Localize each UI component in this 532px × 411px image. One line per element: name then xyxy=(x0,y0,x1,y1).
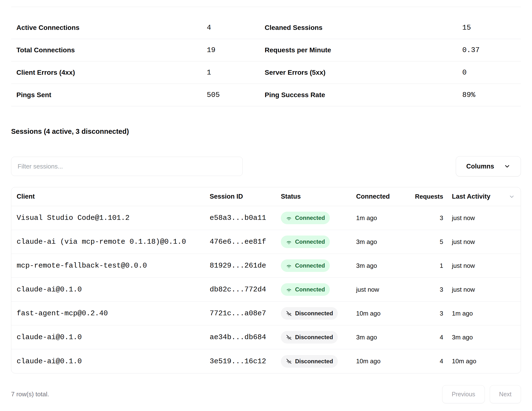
connected-cell: just now xyxy=(351,286,403,293)
requests-cell: 3 xyxy=(403,286,444,293)
status-badge: Disconnected xyxy=(281,355,338,368)
status-badge: Connected xyxy=(281,283,330,296)
session-id-cell: ae34b...db684 xyxy=(204,333,276,341)
requests-cell: 4 xyxy=(403,334,444,341)
status-badge: Connected xyxy=(281,259,330,272)
client-cell: claude-ai@0.1.0 xyxy=(11,333,204,341)
last-activity-cell: just now xyxy=(444,238,521,246)
table-row: claude-ai@0.1.0 db82c...772d4 Connected … xyxy=(11,278,521,301)
wifi-off-icon xyxy=(286,334,292,341)
status-badge: Disconnected xyxy=(281,331,338,344)
status-cell: Connected xyxy=(276,236,351,248)
stat-value: 15 xyxy=(462,24,521,32)
session-id-cell: 7721c...a08e7 xyxy=(204,309,276,318)
last-activity-cell: 1m ago xyxy=(444,310,521,317)
last-activity-cell: just now xyxy=(444,214,521,222)
connected-cell: 10m ago xyxy=(351,310,403,317)
wifi-icon xyxy=(286,239,292,245)
table-row: claude-ai@0.1.0 ae34b...db684 Disconnect… xyxy=(11,325,521,349)
stat-value: 4 xyxy=(207,24,259,32)
last-activity-cell: just now xyxy=(444,286,521,293)
column-header-session-id: Session ID xyxy=(204,193,276,200)
stat-label: Active Connections xyxy=(11,24,207,32)
requests-cell: 3 xyxy=(403,310,444,317)
columns-button[interactable]: Columns xyxy=(456,156,521,176)
connected-cell: 1m ago xyxy=(351,214,403,222)
requests-cell: 4 xyxy=(403,357,444,365)
client-cell: claude-ai@0.1.0 xyxy=(11,357,204,365)
status-badge-label: Disconnected xyxy=(295,334,333,341)
stat-label: Ping Success Rate xyxy=(259,91,462,99)
stat-label: Server Errors (5xx) xyxy=(259,69,462,76)
sessions-heading: Sessions (4 active, 3 disconnected) xyxy=(11,128,521,136)
stat-row: Client Errors (4xx) 1 Server Errors (5xx… xyxy=(11,62,521,84)
wifi-icon xyxy=(286,215,292,221)
status-badge-label: Disconnected xyxy=(295,310,333,317)
status-cell: Connected xyxy=(276,212,351,224)
session-id-cell: 81929...261de xyxy=(204,262,276,270)
stat-value: 0 xyxy=(462,68,521,77)
table-row: fast-agent-mcp@0.2.40 7721c...a08e7 Disc… xyxy=(11,301,521,325)
status-badge-label: Connected xyxy=(295,215,325,221)
stat-label: Client Errors (4xx) xyxy=(11,69,207,76)
requests-cell: 5 xyxy=(403,238,444,246)
session-id-cell: e58a3...b0a11 xyxy=(204,214,276,222)
table-row: Visual Studio Code@1.101.2 e58a3...b0a11… xyxy=(11,206,521,230)
status-cell: Disconnected xyxy=(276,307,351,320)
status-badge-label: Connected xyxy=(295,286,325,293)
chevron-down-icon xyxy=(509,193,515,200)
status-badge: Connected xyxy=(281,212,330,224)
dashboard-page: Active Connections 4 Cleaned Sessions 15… xyxy=(0,7,532,403)
stat-row: Total Connections 19 Requests per Minute… xyxy=(11,39,521,62)
previous-page-button[interactable]: Previous xyxy=(442,385,484,403)
table-row: claude-ai (via mcp-remote 0.1.18)@0.1.0 … xyxy=(11,230,521,254)
status-badge-label: Connected xyxy=(295,262,325,269)
table-row: mcp-remote-fallback-test@0.0.0 81929...2… xyxy=(11,254,521,278)
client-cell: claude-ai (via mcp-remote 0.1.18)@0.1.0 xyxy=(11,238,204,246)
client-cell: Visual Studio Code@1.101.2 xyxy=(11,214,204,222)
status-badge-label: Disconnected xyxy=(295,358,333,365)
client-cell: claude-ai@0.1.0 xyxy=(11,285,204,294)
requests-cell: 1 xyxy=(403,262,444,270)
wifi-icon xyxy=(286,263,292,269)
session-id-cell: 3e519...16c12 xyxy=(204,357,276,365)
wifi-off-icon xyxy=(286,310,292,317)
column-header-last-activity-label: Last Activity xyxy=(452,193,491,200)
stat-value: 1 xyxy=(207,68,259,77)
column-header-status: Status xyxy=(276,193,351,200)
column-header-last-activity[interactable]: Last Activity xyxy=(444,193,521,200)
connected-cell: 10m ago xyxy=(351,357,403,365)
stat-row: Active Connections 4 Cleaned Sessions 15 xyxy=(11,17,521,39)
sessions-toolbar: Columns xyxy=(11,156,521,176)
chevron-down-icon xyxy=(504,163,511,170)
server-stats-table: Active Connections 4 Cleaned Sessions 15… xyxy=(11,7,521,106)
row-count-label: 7 row(s) total. xyxy=(11,391,49,398)
stat-label: Cleaned Sessions xyxy=(259,24,462,32)
last-activity-cell: 10m ago xyxy=(444,357,521,365)
stat-value: 89% xyxy=(462,91,521,99)
stat-value: 19 xyxy=(207,46,259,54)
stat-label: Total Connections xyxy=(11,46,207,54)
table-footer: 7 row(s) total. Previous Next xyxy=(11,385,521,403)
stat-row: Pings Sent 505 Ping Success Rate 89% xyxy=(11,84,521,106)
status-badge: Disconnected xyxy=(281,307,338,320)
status-cell: Connected xyxy=(276,283,351,296)
wifi-off-icon xyxy=(286,358,292,365)
connected-cell: 3m ago xyxy=(351,262,403,270)
stat-value: 505 xyxy=(207,91,259,99)
pagination: Previous Next xyxy=(442,385,521,403)
stat-value: 0.37 xyxy=(462,46,521,54)
last-activity-cell: 3m ago xyxy=(444,334,521,341)
next-page-button[interactable]: Next xyxy=(490,385,521,403)
stat-label: Requests per Minute xyxy=(259,46,462,54)
columns-button-label: Columns xyxy=(466,163,494,170)
connected-cell: 3m ago xyxy=(351,334,403,341)
sessions-table: Client Session ID Status Connected Reque… xyxy=(11,187,521,373)
requests-cell: 3 xyxy=(403,214,444,222)
client-cell: mcp-remote-fallback-test@0.0.0 xyxy=(11,262,204,270)
table-header-row: Client Session ID Status Connected Reque… xyxy=(11,187,521,206)
table-row: claude-ai@0.1.0 3e519...16c12 Disconnect… xyxy=(11,349,521,373)
filter-sessions-input[interactable] xyxy=(11,157,243,176)
status-badge-label: Connected xyxy=(295,238,325,245)
status-badge: Connected xyxy=(281,236,330,248)
